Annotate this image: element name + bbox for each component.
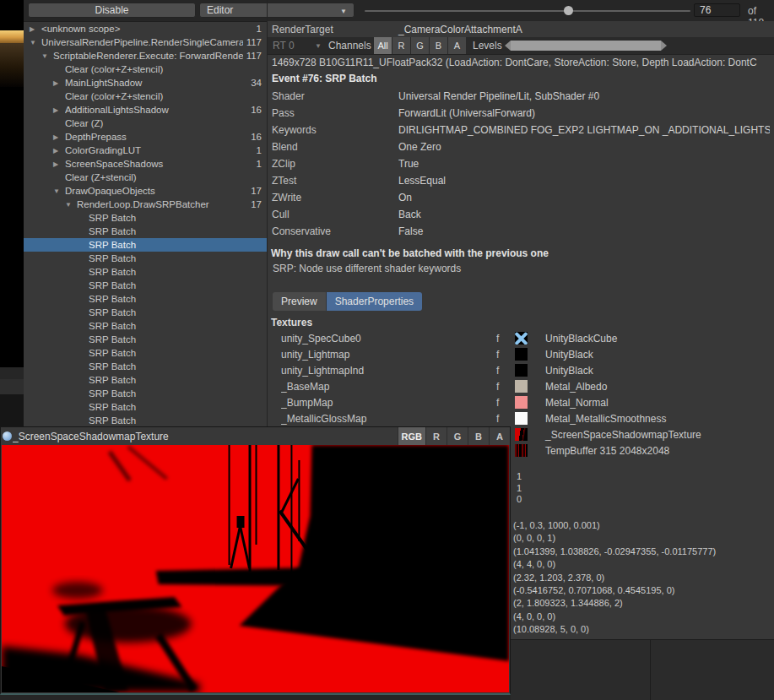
chevron-down-icon: ▼ bbox=[315, 42, 322, 50]
tree-row[interactable]: ▼ScriptableRenderer.Execute: ForwardRend… bbox=[24, 49, 267, 62]
tree-row[interactable]: ▶MainLightShadow34 bbox=[24, 76, 267, 90]
state-label: ZTest bbox=[272, 175, 398, 192]
foldout-expanded-icon[interactable]: ▼ bbox=[30, 39, 41, 46]
channel-button-a[interactable]: A bbox=[448, 37, 467, 54]
tree-row[interactable]: SRP Batch bbox=[24, 333, 267, 346]
foldout-expanded-icon[interactable]: ▼ bbox=[65, 201, 77, 209]
tree-row[interactable]: SRP Batch bbox=[24, 252, 267, 265]
tree-row[interactable]: Clear (Z+stencil) bbox=[24, 171, 267, 184]
tree-row[interactable]: ▶ColorGradingLUT1 bbox=[24, 144, 267, 157]
tree-row-count: 117 bbox=[243, 37, 267, 47]
tree-row[interactable]: Clear (color+Z+stencil) bbox=[24, 62, 267, 76]
tree-row-label: SRP Batch bbox=[89, 226, 258, 236]
tab-shaderproperties[interactable]: ShaderProperties bbox=[327, 292, 422, 311]
tree-row[interactable]: SRP Batch bbox=[24, 387, 267, 400]
rt-index-dropdown[interactable]: RT 0 bbox=[273, 40, 295, 52]
tree-row[interactable]: SRP Batch bbox=[24, 346, 267, 360]
tree-row[interactable]: SRP Batch bbox=[24, 265, 267, 279]
texture-row[interactable]: _BumpMapfMetal_Normal bbox=[268, 394, 774, 410]
tree-row[interactable]: SRP Batch bbox=[24, 279, 267, 292]
tree-row-count: 17 bbox=[247, 199, 267, 209]
tree-row[interactable]: SRP Batch bbox=[24, 414, 267, 427]
channel-button-b[interactable]: B bbox=[430, 37, 448, 54]
foldout-collapsed-icon[interactable]: ▶ bbox=[53, 133, 65, 141]
event-slider[interactable] bbox=[365, 10, 690, 12]
preview-titlebar[interactable]: _ScreenSpaceShadowmapTexture RGBRGBA bbox=[1, 427, 510, 445]
channel-button-all[interactable]: All bbox=[374, 37, 392, 54]
tab-preview[interactable]: Preview bbox=[273, 292, 327, 311]
texture-thumbnail-icon[interactable] bbox=[515, 428, 528, 441]
tree-row[interactable]: SRP Batch bbox=[24, 319, 267, 333]
channel-button-r[interactable]: R bbox=[392, 37, 411, 54]
texture-row[interactable]: unity_LightmapfUnityBlack bbox=[268, 346, 774, 362]
channel-button-a[interactable]: A bbox=[489, 427, 510, 445]
tree-row[interactable]: ▶DepthPrepass16 bbox=[24, 130, 267, 144]
channel-button-g[interactable]: G bbox=[411, 37, 430, 54]
tree-row[interactable]: Clear (Z) bbox=[24, 117, 267, 130]
tree-row[interactable]: SRP Batch bbox=[24, 306, 267, 319]
event-number-input[interactable]: 76 bbox=[694, 3, 740, 17]
levels-range-bar[interactable] bbox=[511, 41, 661, 51]
tree-row-label: SRP Batch bbox=[89, 294, 258, 304]
levels-range-slider[interactable] bbox=[505, 41, 667, 51]
event-slider-handle[interactable] bbox=[564, 6, 573, 15]
texture-thumbnail-icon[interactable] bbox=[515, 348, 528, 361]
levels-min-handle[interactable] bbox=[505, 41, 511, 51]
foldout-collapsed-icon[interactable]: ▶ bbox=[53, 147, 65, 155]
foldout-collapsed-icon[interactable]: ▶ bbox=[53, 106, 65, 114]
target-selector-dropdown[interactable]: Editor ▼ bbox=[199, 3, 355, 18]
tree-row[interactable]: ▼UniversalRenderPipeline.RenderSingleCam… bbox=[24, 35, 267, 49]
texture-thumbnail-icon[interactable] bbox=[515, 444, 528, 457]
texture-row[interactable]: _MetallicGlossMapfMetal_MetallicSmoothne… bbox=[268, 410, 774, 426]
tree-row[interactable]: ▶<unknown scope>1 bbox=[24, 22, 267, 35]
tree-row[interactable]: SRP Batch bbox=[24, 238, 267, 252]
texture-row[interactable]: unity_SpecCube0fUnityBlackCube bbox=[268, 330, 774, 346]
vector-value: (-1, 0.3, 1000, 0.001) bbox=[513, 520, 716, 533]
tree-row[interactable]: SRP Batch bbox=[24, 373, 267, 387]
frame-debugger-window: Disable Editor ▼ 76 of 118 ▶<unknown sco… bbox=[0, 0, 774, 700]
tree-row[interactable]: Clear (color+Z+stencil) bbox=[24, 90, 267, 103]
channel-button-g[interactable]: G bbox=[447, 427, 468, 445]
disable-button[interactable]: Disable bbox=[28, 3, 196, 18]
tree-row[interactable]: SRP Batch bbox=[24, 292, 267, 306]
shadowmap-render bbox=[2, 445, 509, 692]
channel-button-r[interactable]: R bbox=[425, 427, 447, 445]
vector-value: (4, 0, 0, 0) bbox=[513, 611, 716, 624]
texture-row[interactable]: unity_LightmapIndfUnityBlack bbox=[268, 362, 774, 378]
texture-thumbnail-icon[interactable] bbox=[515, 412, 528, 425]
tree-row[interactable]: ▼RenderLoop.DrawSRPBatcher17 bbox=[24, 198, 267, 211]
texture-thumbnail-icon[interactable] bbox=[515, 332, 528, 345]
batch-break-reason: SRP: Node use different shader keywords bbox=[273, 263, 461, 274]
texture-thumbnail-icon[interactable] bbox=[515, 364, 528, 377]
texture-thumbnail-icon[interactable] bbox=[515, 396, 528, 409]
channel-button-b[interactable]: B bbox=[468, 427, 489, 445]
tree-row-label: UniversalRenderPipeline.RenderSingleCame… bbox=[41, 37, 243, 47]
foldout-collapsed-icon[interactable]: ▶ bbox=[30, 25, 41, 33]
tree-row[interactable]: SRP Batch bbox=[24, 360, 267, 373]
texture-icon bbox=[3, 431, 12, 441]
channel-button-rgb[interactable]: RGB bbox=[398, 427, 425, 445]
tree-row[interactable]: ▼DrawOpaqueObjects17 bbox=[24, 184, 267, 198]
state-value: LessEqual bbox=[398, 175, 770, 192]
tree-row[interactable]: SRP Batch bbox=[24, 400, 267, 414]
tree-row[interactable]: ▶AdditionalLightsShadow16 bbox=[24, 103, 267, 117]
shadowmap-preview-image bbox=[2, 445, 509, 692]
shadowmap-preview-window[interactable]: _ScreenSpaceShadowmapTexture RGBRGBA bbox=[0, 426, 511, 695]
texture-row[interactable]: _BaseMapfMetal_Albedo bbox=[268, 378, 774, 394]
channels-label: Channels bbox=[328, 40, 371, 52]
texture-property-name: unity_Lightmap bbox=[281, 349, 496, 361]
tree-row-label: AdditionalLightsShadow bbox=[65, 105, 247, 115]
texture-thumbnail-icon[interactable] bbox=[515, 380, 528, 393]
foldout-collapsed-icon[interactable]: ▶ bbox=[53, 160, 65, 168]
tree-row[interactable]: SRP Batch bbox=[24, 211, 267, 225]
foldout-collapsed-icon[interactable]: ▶ bbox=[53, 79, 65, 87]
tree-row-label: SRP Batch bbox=[89, 267, 258, 277]
levels-max-handle[interactable] bbox=[661, 41, 667, 51]
tree-row-label: SRP Batch bbox=[89, 375, 258, 385]
chevron-down-icon: ▼ bbox=[340, 8, 347, 15]
foldout-expanded-icon[interactable]: ▼ bbox=[41, 52, 53, 60]
tree-row[interactable]: SRP Batch bbox=[24, 225, 267, 238]
tree-row[interactable]: ▶ScreenSpaceShadows1 bbox=[24, 157, 267, 171]
foldout-expanded-icon[interactable]: ▼ bbox=[53, 187, 65, 195]
scene-gold-object bbox=[0, 30, 24, 43]
